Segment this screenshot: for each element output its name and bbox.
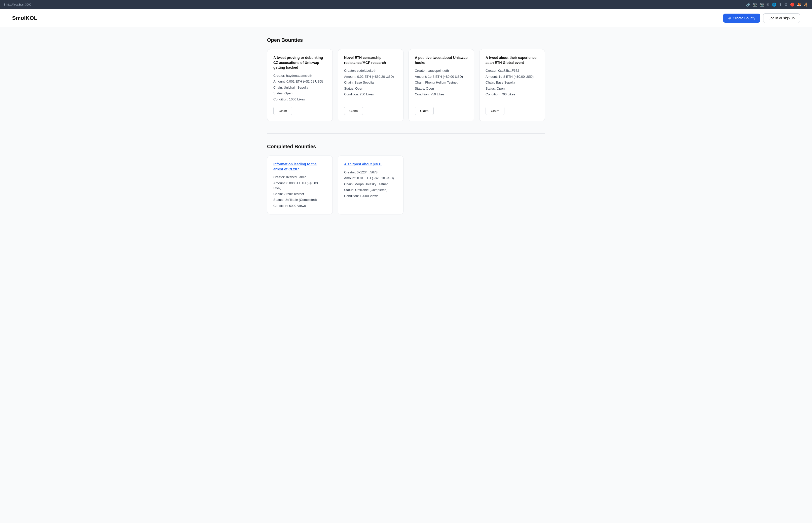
claim-button-3[interactable]: Claim: [415, 107, 434, 115]
completed-creator-1: Creator: 0xabcd...abcd: [273, 175, 326, 180]
completed-chain-1: Chain: Zircuit Testnet: [273, 192, 326, 197]
bounty-condition-2: Condition: 200 Likes: [344, 92, 397, 97]
bounty-amount-1: Amount: 0.001 ETH (~$2.51 USD): [273, 79, 326, 84]
bounty-status-4: Status: Open: [486, 86, 539, 91]
completed-chain-2: Chain: Morph Holesky Testnet: [344, 182, 397, 187]
bounty-creator-4: Creator: 0xa73b...F672: [486, 68, 539, 73]
bounty-amount-4: Amount: 1e-8 ETH (~$0.00 USD): [486, 74, 539, 79]
browser-icon-6[interactable]: ⬆: [779, 2, 782, 6]
info-icon: ℹ: [4, 3, 5, 6]
completed-status-1: Status: Unfillable (Completed): [273, 197, 326, 202]
browser-icon-3[interactable]: 📷: [760, 2, 764, 6]
bounty-info-2: Creator: sudolabel.eth Amount: 0.02 ETH …: [344, 68, 397, 97]
browser-icon-5[interactable]: 🌐: [772, 2, 776, 6]
completed-bounty-card-1: Information leading to the arrest of CL2…: [267, 156, 333, 214]
claim-button-4[interactable]: Claim: [486, 107, 504, 115]
brand-logo: SmolKOL: [12, 15, 37, 21]
main-content: Open Bounties A tweet proving or debunki…: [255, 27, 557, 224]
completed-bounty-link-2[interactable]: A shitpost about $DOT: [344, 162, 382, 166]
bounty-chain-4: Chain: Base Sepolia: [486, 80, 539, 85]
bounty-footer-3: Claim: [415, 105, 468, 115]
browser-icon-7[interactable]: ⚙: [784, 2, 788, 6]
completed-bounties-grid: Information leading to the arrest of CL2…: [267, 156, 545, 214]
open-bounty-card-4: A tweet about their experience at an ETH…: [479, 49, 545, 121]
bounty-chain-2: Chain: Base Sepolia: [344, 80, 397, 85]
completed-bounty-info-1: Creator: 0xabcd...abcd Amount: 0.00001 E…: [273, 175, 326, 208]
bounty-footer-4: Claim: [486, 105, 539, 115]
completed-amount-2: Amount: 0.01 ETH (~$25.10 USD): [344, 176, 397, 181]
completed-bounty-link-1[interactable]: Information leading to the arrest of CL2…: [273, 162, 317, 171]
bounty-footer-1: Claim: [273, 105, 326, 115]
bounty-condition-4: Condition: 700 Likes: [486, 92, 539, 97]
completed-condition-1: Condition: 5000 Views: [273, 203, 326, 209]
bounty-status-2: Status: Open: [344, 86, 397, 91]
browser-url: http://localhost:3000: [6, 3, 31, 6]
bounty-condition-3: Condition: 750 Likes: [415, 92, 468, 97]
browser-icon-8[interactable]: 🔴: [790, 2, 794, 6]
login-button[interactable]: Log in or sign up: [763, 13, 800, 23]
bounty-footer-2: Claim: [344, 105, 397, 115]
browser-icon-9[interactable]: 🦊: [797, 2, 801, 6]
browser-icon-2[interactable]: 📷: [753, 2, 757, 6]
bounty-status-1: Status: Open: [273, 91, 326, 96]
open-bounty-card-1: A tweet proving or debunking CZ accusati…: [267, 49, 333, 121]
completed-bounties-title: Completed Bounties: [267, 144, 545, 149]
open-bounties-title: Open Bounties: [267, 37, 545, 43]
bounty-title-4: A tweet about their experience at an ETH…: [486, 55, 539, 65]
completed-condition-2: Condition: 12000 Views: [344, 194, 397, 199]
browser-info: ℹ http://localhost:3000: [4, 3, 31, 6]
bounty-chain-1: Chain: Unichain Sepolia: [273, 85, 326, 90]
bounty-creator-1: Creator: haydenadams.eth: [273, 73, 326, 78]
page: SmolKOL ⊕ Create Bounty Log in or sign u…: [0, 9, 812, 523]
browser-icon-10[interactable]: 🦂: [804, 2, 808, 6]
open-bounties-grid: A tweet proving or debunking CZ accusati…: [267, 49, 545, 121]
browser-icons: 🔗 📷 📷 ✉ 🌐 ⬆ ⚙ 🔴 🦊 🦂: [746, 2, 808, 6]
completed-bounty-card-2: A shitpost about $DOT Creator: 0x1234...…: [338, 156, 403, 214]
bounty-title-3: A positive tweet about Uniswap hooks: [415, 55, 468, 65]
navbar: SmolKOL ⊕ Create Bounty Log in or sign u…: [0, 9, 812, 27]
bounty-status-3: Status: Open: [415, 86, 468, 91]
create-bounty-button[interactable]: ⊕ Create Bounty: [723, 14, 760, 23]
navbar-actions: ⊕ Create Bounty Log in or sign up: [723, 13, 800, 23]
completed-bounty-info-2: Creator: 0x1234...5678 Amount: 0.01 ETH …: [344, 170, 397, 199]
browser-bar: ℹ http://localhost:3000 🔗 📷 📷 ✉ 🌐 ⬆ ⚙ 🔴 …: [0, 0, 812, 9]
browser-icon-1[interactable]: 🔗: [746, 2, 750, 6]
claim-button-2[interactable]: Claim: [344, 107, 363, 115]
completed-bounty-title-2: A shitpost about $DOT: [344, 162, 397, 167]
completed-amount-1: Amount: 0.00001 ETH (~$0.03 USD): [273, 181, 326, 191]
bounty-condition-1: Condition: 1000 Likes: [273, 97, 326, 102]
open-bounty-card-2: Novel ETH censorship resistance/MCP rese…: [338, 49, 403, 121]
bounty-title-1: A tweet proving or debunking CZ accusati…: [273, 55, 326, 70]
bounty-amount-2: Amount: 0.02 ETH (~$50.20 USD): [344, 74, 397, 79]
completed-status-2: Status: Unfillable (Completed): [344, 187, 397, 193]
create-bounty-icon: ⊕: [728, 16, 731, 20]
bounty-info-4: Creator: 0xa73b...F672 Amount: 1e-8 ETH …: [486, 68, 539, 97]
section-divider: [267, 133, 545, 134]
completed-creator-2: Creator: 0x1234...5678: [344, 170, 397, 175]
bounty-title-2: Novel ETH censorship resistance/MCP rese…: [344, 55, 397, 65]
bounty-creator-2: Creator: sudolabel.eth: [344, 68, 397, 73]
completed-bounty-title-1: Information leading to the arrest of CL2…: [273, 162, 326, 172]
bounty-info-3: Creator: saucepoint.eth Amount: 1e-8 ETH…: [415, 68, 468, 97]
browser-icon-4[interactable]: ✉: [766, 2, 770, 6]
bounty-chain-3: Chain: Fhenix Helium Testnet: [415, 80, 468, 85]
open-bounty-card-3: A positive tweet about Uniswap hooks Cre…: [409, 49, 474, 121]
bounty-amount-3: Amount: 1e-8 ETH (~$0.00 USD): [415, 74, 468, 79]
bounty-info-1: Creator: haydenadams.eth Amount: 0.001 E…: [273, 73, 326, 102]
create-bounty-label: Create Bounty: [733, 16, 755, 20]
claim-button-1[interactable]: Claim: [273, 107, 292, 115]
bounty-creator-3: Creator: saucepoint.eth: [415, 68, 468, 73]
